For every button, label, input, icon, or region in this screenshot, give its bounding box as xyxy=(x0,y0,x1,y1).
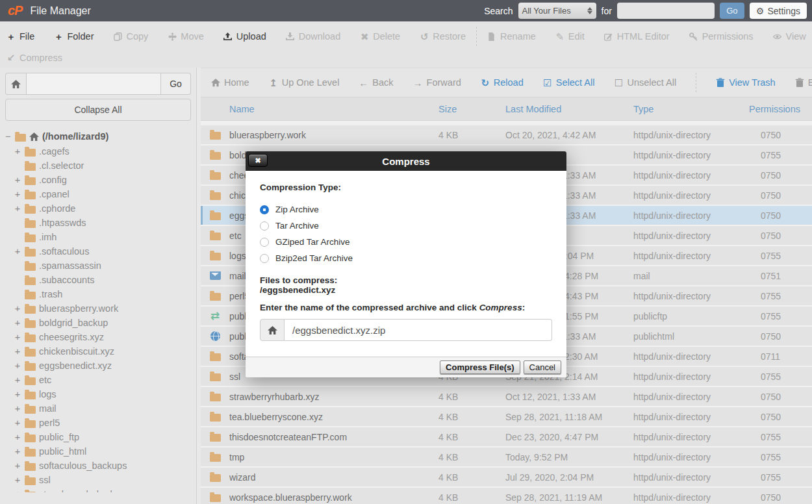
row-name[interactable]: wizard xyxy=(229,472,438,483)
cancel-button[interactable]: Cancel xyxy=(524,360,561,374)
row-name[interactable]: strawberryrhubarb.xyz xyxy=(229,392,438,402)
expand-icon[interactable]: + xyxy=(14,446,21,457)
compression-radio[interactable] xyxy=(260,254,269,263)
row-name[interactable]: tea.blueberryscone.xyz xyxy=(229,412,438,422)
row-name[interactable]: tmp xyxy=(229,452,438,462)
column-header-size[interactable]: Size xyxy=(438,104,505,114)
tree-item[interactable]: + .cpanel xyxy=(5,187,191,201)
path-go-button[interactable]: Go xyxy=(161,73,191,95)
close-button[interactable]: ✖ xyxy=(248,154,268,167)
tree-item[interactable]: .htpasswds xyxy=(5,216,191,230)
search-go-button[interactable]: Go xyxy=(720,3,744,19)
expand-icon[interactable]: + xyxy=(14,432,21,442)
tree-item[interactable]: + chickenbiscuit.xyz xyxy=(5,344,191,359)
expand-icon[interactable]: + xyxy=(14,346,21,357)
table-row[interactable]: tea.blueberryscone.xyz 4 KB Sep 28, 2021… xyxy=(201,407,812,427)
nav-item[interactable]: Empty Trash xyxy=(795,77,812,88)
path-input[interactable] xyxy=(26,73,161,95)
settings-button[interactable]: ⚙ Settings xyxy=(750,3,807,19)
tree-item[interactable]: + .cphorde xyxy=(5,201,191,216)
toolbar-item[interactable]: View xyxy=(773,31,806,42)
compression-radio[interactable] xyxy=(260,238,269,247)
tree-root[interactable]: − (/home/lizard9) xyxy=(5,129,191,144)
row-name[interactable]: thisdoesnotcreateanFTP.com xyxy=(229,432,438,442)
toolbar-item[interactable]: ↺ Restore xyxy=(420,31,466,42)
column-header-last-modified[interactable]: Last Modified xyxy=(505,104,633,114)
toolbar-item[interactable]: ✖ Delete xyxy=(360,31,400,42)
expand-icon[interactable]: + xyxy=(14,175,21,185)
table-row[interactable]: thisdoesnotcreateanFTP.com 4 KB Dec 23, … xyxy=(201,427,812,447)
tree-item[interactable]: + public_ftp xyxy=(5,430,191,444)
table-row[interactable]: tmp 4 KB Today, 9:52 PM httpd/unix-direc… xyxy=(201,447,812,468)
table-row[interactable]: workspace.blueraspberry.work 4 KB Sep 28… xyxy=(201,488,812,504)
table-row[interactable]: strawberryrhubarb.xyz 4 KB Oct 12, 2021,… xyxy=(201,387,812,407)
nav-item[interactable]: → Forward xyxy=(413,77,461,88)
toolbar-item-compress[interactable]: ↙ Compress xyxy=(6,53,62,63)
toolbar-item[interactable]: Permissions xyxy=(689,31,754,42)
compression-option[interactable]: GZiped Tar Archive xyxy=(260,234,552,250)
compress-files-button[interactable]: Compress File(s) xyxy=(440,360,520,374)
tree-item[interactable]: .spamassassin xyxy=(5,258,191,273)
tree-item[interactable]: + .softaculous xyxy=(5,244,191,258)
tree-item[interactable]: + mail xyxy=(5,401,191,416)
table-row[interactable]: wizard 4 KB Jul 29, 2020, 2:04 PM httpd/… xyxy=(201,468,812,488)
tree-item[interactable]: + blueraspberry.work xyxy=(5,301,191,316)
tree-item[interactable]: + eggsbenedict.xyz xyxy=(5,359,191,373)
expand-icon[interactable]: + xyxy=(14,318,21,328)
tree-item[interactable]: + perl5 xyxy=(5,416,191,430)
collapse-all-button[interactable]: Collapse All xyxy=(5,99,191,121)
toolbar-item[interactable]: Copy xyxy=(113,31,148,42)
table-row[interactable]: blueraspberry.work 4 KB Oct 20, 2021, 4:… xyxy=(201,125,812,145)
compression-radio[interactable] xyxy=(260,221,269,231)
expand-icon[interactable]: + xyxy=(14,146,21,157)
toolbar-item[interactable]: + File xyxy=(6,31,34,42)
compression-radio[interactable] xyxy=(260,205,269,214)
archive-name-input[interactable] xyxy=(285,319,552,341)
expand-icon[interactable]: + xyxy=(14,375,21,385)
search-scope-select[interactable]: All Your Files xyxy=(518,3,596,19)
expand-icon[interactable]: + xyxy=(14,460,21,471)
tree-item[interactable]: + cheesegrits.xyz xyxy=(5,330,191,344)
column-header-name[interactable]: Name xyxy=(229,104,438,114)
column-header-permissions[interactable]: Permissions xyxy=(744,104,812,114)
collapse-icon[interactable]: − xyxy=(5,131,12,142)
tree-item[interactable]: + public_html xyxy=(5,444,191,459)
toolbar-item[interactable]: + Folder xyxy=(54,31,94,42)
tree-item[interactable]: + etc xyxy=(5,373,191,387)
nav-item[interactable]: ☑ Select All xyxy=(543,77,595,88)
tree-item[interactable]: + .cagefs xyxy=(5,144,191,158)
row-name[interactable]: blueraspberry.work xyxy=(229,130,438,140)
nav-item[interactable]: ☐ Unselect All xyxy=(614,77,676,88)
tree-item[interactable]: .trash xyxy=(5,287,191,301)
expand-icon[interactable]: + xyxy=(14,189,21,199)
toolbar-item[interactable]: Rename xyxy=(487,31,536,42)
tree-item[interactable]: .cl.selector xyxy=(5,158,191,173)
nav-item[interactable]: View Trash xyxy=(716,77,775,88)
tree-item[interactable]: .imh xyxy=(5,230,191,244)
expand-icon[interactable]: + xyxy=(14,360,21,371)
compression-option[interactable]: Zip Archive xyxy=(260,201,552,218)
expand-icon[interactable]: + xyxy=(14,246,21,257)
expand-icon[interactable]: + xyxy=(14,303,21,314)
toolbar-item[interactable]: Move xyxy=(168,31,203,42)
tree-item[interactable]: + softaculous_backups xyxy=(5,459,191,473)
toolbar-item[interactable]: Download xyxy=(286,31,341,42)
tree-item[interactable]: + .config xyxy=(5,173,191,187)
expand-icon[interactable]: + xyxy=(14,389,21,399)
nav-item[interactable]: Home xyxy=(211,77,249,88)
nav-item[interactable]: ↻ Reload xyxy=(481,77,524,88)
compression-option[interactable]: Tar Archive xyxy=(260,218,552,234)
toolbar-item[interactable]: ✎ Edit xyxy=(555,31,585,42)
expand-icon[interactable]: + xyxy=(14,489,21,492)
toolbar-item[interactable]: Upload xyxy=(223,31,266,42)
row-name[interactable]: workspace.blueraspberry.work xyxy=(229,492,438,503)
expand-icon[interactable]: + xyxy=(14,475,21,485)
expand-icon[interactable]: + xyxy=(14,203,21,214)
expand-icon[interactable]: + xyxy=(14,418,21,428)
tree-item[interactable]: + ssl xyxy=(5,473,191,487)
tree-item[interactable]: .subaccounts xyxy=(5,273,191,287)
expand-icon[interactable]: + xyxy=(14,403,21,414)
tree-item[interactable]: + boldgrid_backup xyxy=(5,316,191,330)
tree-item[interactable]: + strawberryrhubarb.xyz xyxy=(5,487,191,492)
search-input[interactable] xyxy=(617,3,715,19)
